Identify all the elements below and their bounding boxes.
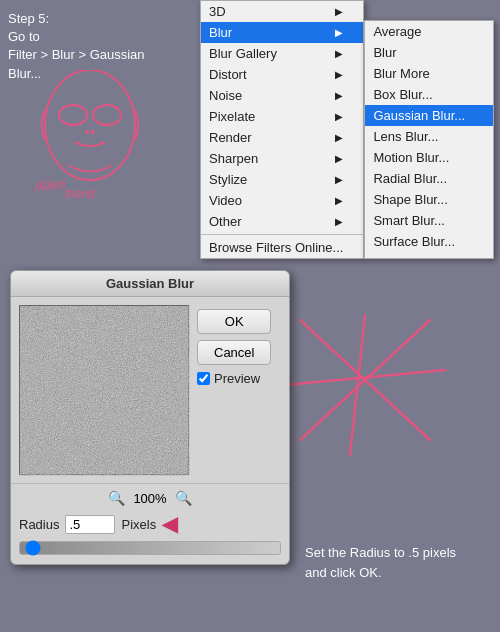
menu-container: 3D ▶ Blur ▶ Blur Gallery ▶ Distort ▶ Noi… bbox=[200, 0, 494, 259]
step-label: Step 5: bbox=[8, 10, 145, 28]
dialog-bottom: 🔍 100% 🔍 Radius Pixels ◀ bbox=[11, 483, 289, 564]
menu-item-blur-gallery[interactable]: Blur Gallery ▶ bbox=[201, 43, 363, 64]
bottom-text-line1: Set the Radius to .5 pixels bbox=[305, 545, 456, 560]
menu-item-radial-blur[interactable]: Radial Blur... bbox=[365, 168, 493, 189]
radius-row: Radius Pixels ◀ bbox=[19, 512, 281, 536]
instruction-line3: Blur... bbox=[8, 65, 145, 83]
cancel-button[interactable]: Cancel bbox=[197, 340, 271, 365]
menu-item-blur[interactable]: Blur ▶ bbox=[201, 22, 363, 43]
menu-item-shape-blur[interactable]: Shape Blur... bbox=[365, 189, 493, 210]
preview-canvas bbox=[19, 305, 189, 475]
menu-item-stylize[interactable]: Stylize ▶ bbox=[201, 169, 363, 190]
menu-item-video[interactable]: Video ▶ bbox=[201, 190, 363, 211]
menu-item-average[interactable]: Average bbox=[365, 21, 493, 42]
dialog-controls: OK Cancel Preview bbox=[197, 305, 271, 475]
menu-item-pixelate[interactable]: Pixelate ▶ bbox=[201, 106, 363, 127]
radius-label: Radius bbox=[19, 517, 59, 532]
arrow-icon: ▶ bbox=[335, 69, 343, 80]
svg-text:Alien: Alien bbox=[33, 175, 67, 194]
radius-slider[interactable] bbox=[19, 541, 281, 555]
zoom-in-icon[interactable]: 🔍 bbox=[175, 490, 192, 506]
menu-item-3d[interactable]: 3D ▶ bbox=[201, 1, 363, 22]
zoom-out-icon[interactable]: 🔍 bbox=[108, 490, 125, 506]
menu-item-render[interactable]: Render ▶ bbox=[201, 127, 363, 148]
arrow-icon: ▶ bbox=[335, 216, 343, 227]
blur-submenu-panel: Average Blur Blur More Box Blur... Gauss… bbox=[364, 20, 494, 259]
instruction-line2: Filter > Blur > Gaussian bbox=[8, 46, 145, 64]
menu-item-motion-blur[interactable]: Motion Blur... bbox=[365, 147, 493, 168]
slider-container bbox=[19, 541, 281, 558]
arrow-icon: ▶ bbox=[335, 132, 343, 143]
dialog-title: Gaussian Blur bbox=[11, 271, 289, 297]
preview-label: Preview bbox=[214, 371, 260, 386]
pixels-label: Pixels bbox=[121, 517, 156, 532]
menu-item-blur-more[interactable]: Blur More bbox=[365, 63, 493, 84]
svg-point-4 bbox=[91, 130, 95, 134]
filter-menu-panel: 3D ▶ Blur ▶ Blur Gallery ▶ Distort ▶ Noi… bbox=[200, 0, 364, 259]
svg-point-1 bbox=[59, 105, 87, 125]
star-sketch bbox=[280, 310, 450, 460]
arrow-icon: ▶ bbox=[335, 90, 343, 101]
arrow-icon: ▶ bbox=[335, 6, 343, 17]
instruction-line1: Go to bbox=[8, 28, 145, 46]
arrow-icon: ▶ bbox=[335, 27, 343, 38]
menu-item-distort[interactable]: Distort ▶ bbox=[201, 64, 363, 85]
svg-rect-11 bbox=[20, 306, 190, 476]
arrow-icon: ▶ bbox=[335, 111, 343, 122]
gaussian-blur-dialog: Gaussian Blur OK Cancel Preview 🔍 bbox=[10, 270, 290, 565]
dialog-body: OK Cancel Preview bbox=[11, 297, 289, 483]
ok-button[interactable]: OK bbox=[197, 309, 271, 334]
menu-item-smart-blur[interactable]: Smart Blur... bbox=[365, 210, 493, 231]
svg-line-9 bbox=[285, 370, 445, 385]
svg-text:friend: friend bbox=[65, 187, 95, 200]
menu-item-other[interactable]: Other ▶ bbox=[201, 211, 363, 232]
alien-sketch: Alien friend bbox=[10, 70, 170, 200]
menu-item-blur-simple[interactable]: Blur bbox=[365, 42, 493, 63]
preview-checkbox[interactable] bbox=[197, 372, 210, 385]
menu-item-lens-blur[interactable]: Lens Blur... bbox=[365, 126, 493, 147]
svg-line-10 bbox=[350, 315, 365, 455]
arrow-icon: ▶ bbox=[335, 48, 343, 59]
menu-item-gaussian-blur[interactable]: Gaussian Blur... bbox=[365, 105, 493, 126]
arrow-icon: ▶ bbox=[335, 174, 343, 185]
bottom-instruction: Set the Radius to .5 pixels and click OK… bbox=[305, 543, 485, 582]
menu-item-box-blur[interactable]: Box Blur... bbox=[365, 84, 493, 105]
svg-point-3 bbox=[85, 130, 89, 134]
arrow-icon: ▶ bbox=[335, 195, 343, 206]
menu-item-surface-blur[interactable]: Surface Blur... bbox=[365, 231, 493, 252]
bottom-text-line2: and click OK. bbox=[305, 565, 382, 580]
menu-item-noise[interactable]: Noise ▶ bbox=[201, 85, 363, 106]
menu-item-sharpen[interactable]: Sharpen ▶ bbox=[201, 148, 363, 169]
instruction-area: Step 5: Go to Filter > Blur > Gaussian B… bbox=[8, 10, 145, 83]
zoom-percent: 100% bbox=[133, 491, 166, 506]
menu-item-browse[interactable]: Browse Filters Online... bbox=[201, 237, 363, 258]
svg-point-2 bbox=[93, 105, 121, 125]
zoom-row: 🔍 100% 🔍 bbox=[19, 490, 281, 506]
preview-row: Preview bbox=[197, 371, 271, 386]
svg-point-0 bbox=[45, 70, 135, 180]
arrow-indicator: ◀ bbox=[162, 512, 177, 536]
arrow-icon: ▶ bbox=[335, 153, 343, 164]
radius-input[interactable] bbox=[65, 515, 115, 534]
